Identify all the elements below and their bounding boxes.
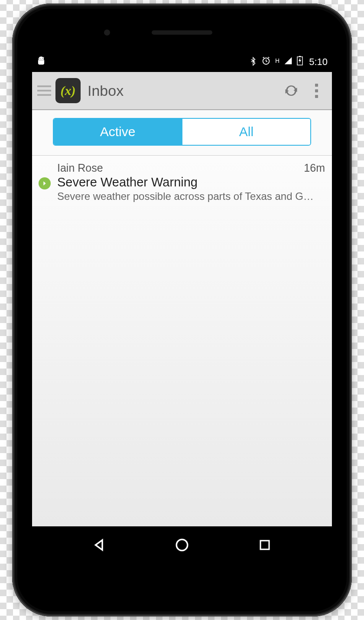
dot-icon bbox=[315, 84, 318, 87]
android-debug-icon bbox=[36, 56, 46, 68]
segment-control: Active All bbox=[53, 118, 311, 146]
app-icon-glyph: (x) bbox=[61, 83, 76, 98]
message-status-col bbox=[36, 162, 53, 202]
square-recents-icon bbox=[258, 538, 271, 551]
phone-earpiece bbox=[152, 30, 212, 35]
circle-home-icon bbox=[175, 538, 189, 552]
alarm-icon bbox=[261, 56, 271, 68]
svg-rect-4 bbox=[299, 56, 301, 57]
phone-bezel: H 5:10 (x) Inbox bbox=[17, 9, 347, 611]
message-body: Iain Rose 16m Severe Weather Warning Sev… bbox=[57, 162, 325, 202]
svg-point-0 bbox=[40, 58, 40, 59]
refresh-button[interactable] bbox=[281, 80, 302, 101]
home-button[interactable] bbox=[169, 532, 195, 558]
battery-icon bbox=[297, 56, 303, 68]
svg-point-1 bbox=[42, 58, 42, 59]
message-preview: Severe weather possible across parts of … bbox=[57, 190, 325, 202]
overflow-menu-button[interactable] bbox=[306, 80, 327, 101]
bluetooth-icon bbox=[249, 55, 257, 69]
action-bar: (x) Inbox bbox=[32, 72, 332, 110]
phone-device-frame: H 5:10 (x) Inbox bbox=[12, 3, 352, 617]
app-icon[interactable]: (x) bbox=[55, 78, 81, 103]
arrow-right-icon bbox=[39, 177, 51, 189]
svg-rect-6 bbox=[260, 541, 269, 549]
tab-all[interactable]: All bbox=[182, 119, 310, 145]
phone-sensor bbox=[104, 29, 110, 36]
signal-icon bbox=[284, 56, 292, 68]
recents-button[interactable] bbox=[252, 532, 278, 558]
signal-type-label: H bbox=[275, 57, 280, 64]
triangle-back-icon bbox=[92, 538, 107, 552]
dot-icon bbox=[315, 89, 318, 92]
status-bar: H 5:10 bbox=[32, 52, 332, 72]
tab-active[interactable]: Active bbox=[54, 119, 182, 145]
message-list[interactable]: Iain Rose 16m Severe Weather Warning Sev… bbox=[32, 156, 332, 526]
status-clock: 5:10 bbox=[309, 56, 328, 68]
message-subject: Severe Weather Warning bbox=[57, 175, 325, 189]
svg-point-5 bbox=[176, 539, 188, 551]
tab-bar: Active All bbox=[32, 110, 332, 156]
menu-icon[interactable] bbox=[37, 85, 51, 96]
device-screen: H 5:10 (x) Inbox bbox=[32, 52, 332, 564]
message-row[interactable]: Iain Rose 16m Severe Weather Warning Sev… bbox=[32, 156, 332, 209]
refresh-icon bbox=[283, 83, 299, 98]
message-time: 16m bbox=[304, 162, 325, 174]
dot-icon bbox=[315, 95, 318, 98]
page-title: Inbox bbox=[88, 82, 124, 99]
message-sender: Iain Rose bbox=[57, 162, 103, 174]
back-button[interactable] bbox=[86, 532, 112, 558]
system-nav-bar bbox=[32, 526, 332, 564]
